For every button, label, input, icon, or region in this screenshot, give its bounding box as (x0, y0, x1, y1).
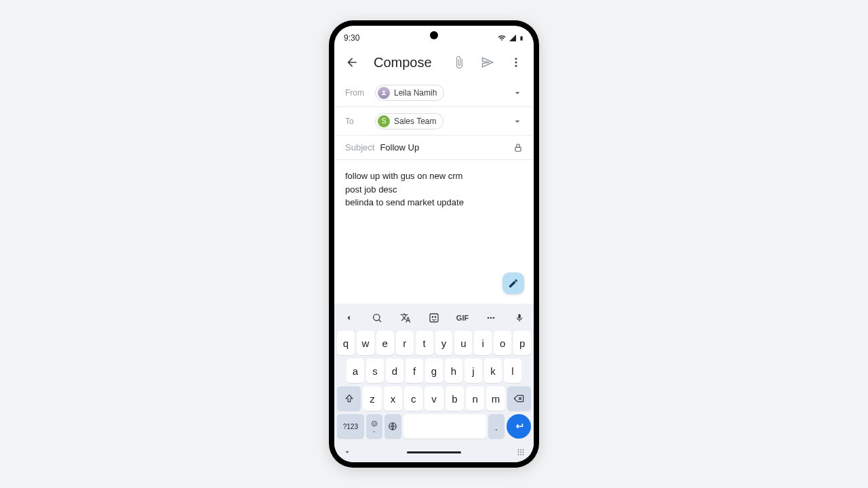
key-space[interactable] (403, 414, 486, 439)
key-f[interactable]: f (406, 359, 423, 383)
kb-search[interactable] (368, 309, 386, 327)
chevron-down-icon (512, 87, 523, 98)
svg-point-16 (518, 449, 519, 451)
key-k[interactable]: k (484, 359, 502, 383)
key-p[interactable]: p (513, 331, 531, 355)
key-s[interactable]: s (366, 359, 384, 383)
chevron-down-icon (342, 447, 352, 457)
key-b[interactable]: b (446, 386, 464, 411)
signal-icon (509, 34, 517, 42)
kb-collapse[interactable] (342, 447, 352, 457)
key-r[interactable]: r (396, 331, 414, 355)
key-period[interactable]: . (488, 414, 505, 439)
key-w[interactable]: w (357, 331, 374, 355)
expand-to[interactable] (512, 116, 523, 127)
key-z[interactable]: z (363, 386, 381, 411)
kb-gif[interactable]: GIF (454, 309, 471, 327)
svg-point-11 (493, 317, 495, 319)
home-indicator[interactable] (407, 451, 461, 453)
page-title: Compose (374, 55, 441, 70)
svg-point-23 (520, 454, 521, 455)
nav-bar (334, 445, 534, 462)
to-chip[interactable]: S Sales Team (375, 113, 443, 129)
to-name: Sales Team (394, 117, 436, 126)
to-field[interactable]: To S Sales Team (334, 107, 534, 136)
key-globe[interactable] (384, 414, 401, 439)
subject-label: Subject (345, 142, 374, 152)
key-x[interactable]: x (384, 386, 402, 411)
key-q[interactable]: q (337, 331, 355, 355)
kb-more[interactable] (482, 309, 500, 327)
key-emoji[interactable]: , (366, 414, 382, 439)
key-y[interactable]: y (435, 331, 453, 355)
subject-value: Follow Up (380, 142, 419, 152)
expand-from[interactable] (512, 87, 523, 98)
key-a[interactable]: a (347, 359, 364, 383)
shift-icon (344, 394, 354, 403)
status-icons (497, 34, 524, 43)
kb-sticker[interactable] (425, 309, 443, 327)
battery-icon (519, 34, 524, 43)
svg-point-24 (523, 454, 524, 455)
kb-grid[interactable] (516, 447, 526, 457)
svg-point-22 (518, 454, 519, 455)
svg-rect-4 (515, 147, 521, 151)
back-button[interactable] (341, 52, 363, 73)
key-e[interactable]: e (376, 331, 394, 355)
keyboard-toolbar: GIF (334, 306, 534, 329)
from-name: Leila Namih (394, 88, 437, 98)
search-icon (372, 312, 382, 323)
send-button[interactable] (477, 52, 498, 73)
avatar (378, 87, 390, 99)
key-h[interactable]: h (445, 359, 462, 383)
kb-mic[interactable] (511, 309, 528, 327)
wifi-icon (497, 34, 507, 42)
key-symbols[interactable]: ?123 (337, 414, 364, 439)
svg-point-10 (490, 317, 492, 319)
from-label: From (345, 88, 375, 98)
emoji-icon (371, 420, 378, 427)
more-button[interactable] (505, 52, 527, 73)
key-g[interactable]: g (425, 359, 443, 383)
from-field[interactable]: From Leila Namih (334, 79, 534, 107)
svg-point-2 (515, 65, 517, 67)
lock-button[interactable] (513, 143, 523, 152)
body-line: belinda to send market update (345, 196, 523, 209)
key-n[interactable]: n (466, 386, 484, 411)
svg-point-13 (373, 422, 374, 423)
more-vert-icon (510, 56, 522, 68)
svg-point-0 (515, 58, 517, 60)
magic-compose-button[interactable] (502, 272, 524, 294)
key-c[interactable]: c (404, 386, 422, 411)
enter-icon (513, 421, 524, 432)
to-label: To (345, 117, 375, 126)
screen: 9:30 Compose From (334, 26, 534, 462)
svg-point-1 (515, 62, 517, 64)
key-u[interactable]: u (454, 331, 472, 355)
key-l[interactable]: l (504, 359, 521, 383)
kb-translate[interactable] (397, 309, 414, 327)
svg-point-9 (488, 317, 490, 319)
compose-fields: From Leila Namih To S Sales Team (334, 79, 534, 160)
key-enter[interactable] (507, 414, 531, 439)
key-i[interactable]: i (474, 331, 492, 355)
subject-field[interactable]: Subject Follow Up (334, 136, 534, 160)
key-backspace[interactable] (507, 386, 531, 411)
attach-button[interactable] (448, 52, 470, 73)
kb-back[interactable] (340, 309, 357, 327)
chevron-left-icon (344, 313, 353, 323)
pencil-sparkle-icon (508, 278, 519, 289)
key-d[interactable]: d (386, 359, 403, 383)
key-m[interactable]: m (486, 386, 505, 411)
svg-point-14 (375, 422, 376, 423)
keyboard-keys: q w e r t y u i o p a s d f g h (334, 329, 534, 445)
email-body[interactable]: follow up with gus on new crm post job d… (334, 160, 534, 304)
key-shift[interactable] (337, 386, 361, 411)
from-chip[interactable]: Leila Namih (375, 85, 444, 101)
key-t[interactable]: t (416, 331, 433, 355)
key-v[interactable]: v (425, 386, 443, 411)
status-time: 9:30 (344, 33, 359, 43)
mic-icon (515, 313, 524, 323)
key-j[interactable]: j (465, 359, 482, 383)
key-o[interactable]: o (494, 331, 511, 355)
